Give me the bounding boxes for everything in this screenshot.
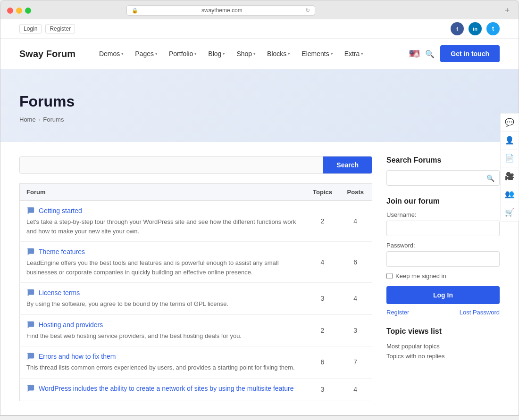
website-content: Login Register f in t Sway Forum Demos ▾… [0,19,519,416]
username-label: Username: [386,211,500,218]
chevron-down-icon: ▾ [253,51,256,56]
join-forum-widget: Join our forum Username: Password: Keep … [386,197,500,316]
table-row: Theme features LeadEngine offers you the… [20,242,372,283]
security-icon: 🔒 [132,8,138,14]
widget-search-input[interactable] [387,171,482,185]
search-toggle-button[interactable]: 🔍 [425,49,435,58]
password-input[interactable] [386,251,500,267]
user-icon[interactable]: 👤 [501,132,519,149]
breadcrumb-home[interactable]: Home [19,116,36,123]
username-input[interactable] [386,221,500,236]
forum-row-topics: 6 [306,346,339,379]
forum-row-link[interactable]: WordPress includes the ability to create… [39,385,294,392]
forum-row-topics: 2 [306,314,339,346]
table-header-row: Forum Topics Posts [20,184,372,201]
lost-password-link[interactable]: Lost Password [460,309,500,316]
nav-demos[interactable]: Demos ▾ [94,47,128,60]
forum-row-link[interactable]: Getting started [39,207,82,214]
chevron-down-icon: ▾ [194,51,197,56]
login-link[interactable]: Login [19,24,42,33]
cart-icon[interactable]: 🛒 [501,203,519,221]
topic-views-item[interactable]: Topics with no replies [386,351,500,361]
table-row: Getting started Let's take a step-by-ste… [20,201,372,242]
sidebar: Search Forums 🔍 Join our forum Username:… [386,156,500,401]
nav-elements[interactable]: Elements ▾ [297,47,337,60]
top-bar-auth: Login Register [19,24,75,33]
forum-row-topics: 4 [306,242,339,283]
nav-extra[interactable]: Extra ▾ [340,47,368,60]
nav-pages[interactable]: Pages ▾ [130,47,162,60]
table-row: License terms By using the software, you… [20,283,372,315]
register-forum-link[interactable]: Register [386,309,409,316]
forum-search-bar: Search [19,156,372,174]
top-bar: Login Register f in t [0,19,519,39]
forum-search-button[interactable]: Search [323,156,372,173]
forum-row-topics: 3 [306,283,339,315]
widget-search-button[interactable]: 🔍 [482,171,499,185]
forum-search-input[interactable] [20,156,323,173]
document-icon[interactable]: 📄 [501,149,519,167]
forum-row-desc: By using the software, you agree to be b… [26,299,300,309]
breadcrumb: Home › Forums [19,116,500,123]
linkedin-icon[interactable]: in [469,22,482,35]
auth-links: Register Lost Password [386,309,500,316]
forum-table: Forum Topics Posts Getting started Let's… [19,183,372,401]
table-row: Errors and how to fix them This thread l… [20,346,372,379]
forum-row-link[interactable]: Errors and how to fix them [39,353,116,360]
get-in-touch-button[interactable]: Get in touch [440,45,500,62]
chevron-down-icon: ▾ [121,51,124,56]
minimize-button[interactable] [16,8,22,14]
nav-portfolio[interactable]: Portfolio ▾ [164,47,201,60]
url-display: swaytheme.com [141,7,302,14]
forum-row-posts: 4 [339,378,372,401]
nav-blog[interactable]: Blog ▾ [203,47,230,60]
group-icon[interactable]: 👥 [501,185,519,203]
forum-area: Search Forum Topics Posts Getting s [19,156,372,401]
col-topics: Topics [306,184,339,201]
forum-row-topics: 2 [306,201,339,242]
twitter-icon[interactable]: t [486,22,500,35]
forum-row-posts: 3 [339,314,372,346]
search-forums-title: Search Forums [386,156,500,165]
col-posts: Posts [339,184,372,201]
join-forum-title: Join our forum [386,197,500,206]
video-icon[interactable]: 🎥 [501,167,519,185]
refresh-icon[interactable]: ↻ [305,7,310,14]
language-flag-icon[interactable]: 🇺🇸 [409,49,419,59]
login-button[interactable]: Log In [386,286,500,304]
nav-shop[interactable]: Shop ▾ [232,47,260,60]
table-row: WordPress includes the ability to create… [20,378,372,401]
close-button[interactable] [7,8,13,14]
password-label: Password: [386,242,500,249]
remember-me-checkbox[interactable] [386,273,393,279]
col-forum: Forum [20,184,306,201]
forum-row-desc: LeadEngine offers you the best tools and… [26,258,300,277]
forum-row-link[interactable]: Hosting and providers [39,321,103,329]
site-logo[interactable]: Sway Forum [19,49,75,59]
forum-row-posts: 4 [339,201,372,242]
register-link[interactable]: Register [45,24,75,33]
remember-me-row: Keep me signed in [386,272,500,280]
forum-row-link[interactable]: License terms [39,289,80,296]
forum-row-link[interactable]: Theme features [39,248,85,255]
maximize-button[interactable] [25,8,31,14]
new-tab-button[interactable]: + [502,6,512,15]
chevron-down-icon: ▾ [288,51,290,56]
address-bar: 🔒 swaytheme.com ↻ [126,5,315,16]
forum-row-topics: 3 [306,378,339,401]
forum-row-posts: 7 [339,346,372,379]
forum-row-posts: 6 [339,242,372,283]
forum-row-posts: 4 [339,283,372,315]
chat-icon[interactable]: 💬 [501,114,519,132]
top-bar-social: f in t [451,22,500,35]
breadcrumb-current: Forums [43,116,64,123]
facebook-icon[interactable]: f [451,22,464,35]
nav-blocks[interactable]: Blocks ▾ [262,47,295,60]
search-forums-widget: Search Forums 🔍 [386,156,500,186]
chevron-down-icon: ▾ [331,51,333,56]
chevron-down-icon: ▾ [155,51,158,56]
browser-chrome: 🔒 swaytheme.com ↻ + [0,0,519,16]
topic-views-item[interactable]: Most popular topics [386,341,500,351]
header: Sway Forum Demos ▾ Pages ▾ Portfolio ▾ B… [0,39,519,69]
table-row: Hosting and providers Find the best web … [20,314,372,346]
